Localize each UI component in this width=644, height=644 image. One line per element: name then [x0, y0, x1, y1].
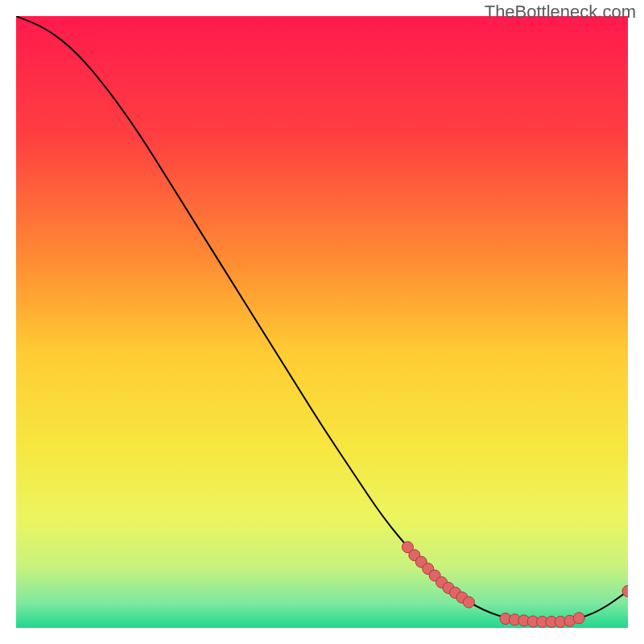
- chart-plot: [16, 16, 628, 628]
- chart-container: TheBottleneck.com: [0, 0, 644, 644]
- data-marker: [573, 613, 584, 624]
- data-marker: [463, 597, 474, 608]
- chart-background: [16, 16, 628, 628]
- watermark: TheBottleneck.com: [485, 2, 636, 23]
